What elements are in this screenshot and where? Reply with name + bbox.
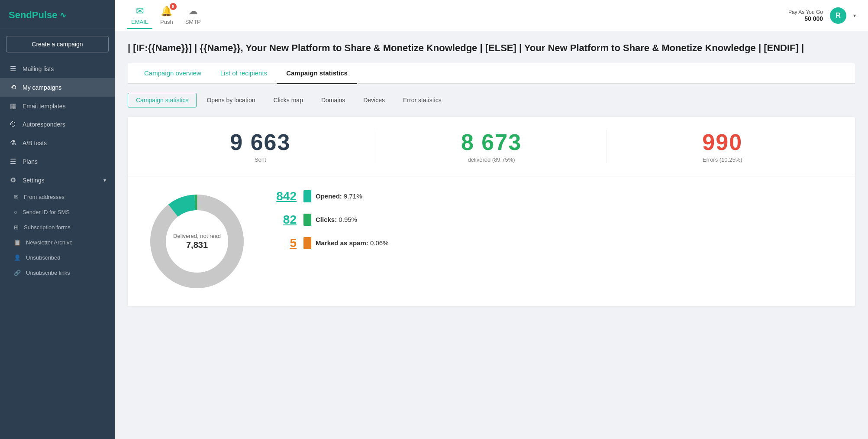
delivered-label: delivered (89.75%) bbox=[385, 156, 598, 163]
metric-value-opened[interactable]: 842 bbox=[266, 189, 297, 203]
sidebar-label-autoresponders: Autoresponders bbox=[23, 121, 65, 128]
email-label: EMAIL bbox=[131, 19, 148, 25]
topbar-tab-push[interactable]: 🔔8Push bbox=[156, 2, 177, 29]
create-campaign-button[interactable]: Create a campaign bbox=[6, 36, 109, 52]
metric-row-opened: 842 Opened: 9.71% bbox=[266, 189, 838, 203]
sidebar-item-ab-tests[interactable]: ⚗A/B tests bbox=[0, 133, 115, 152]
metric-value-spam[interactable]: 5 bbox=[266, 236, 297, 250]
metric-label-spam: Marked as spam: 0.06% bbox=[316, 239, 388, 247]
metric-color-opened bbox=[303, 190, 311, 202]
sidebar-label-ab-tests: A/B tests bbox=[23, 140, 47, 146]
metric-bar-spam: Marked as spam: 0.06% bbox=[303, 237, 388, 249]
subtab-devices[interactable]: Devices bbox=[355, 93, 393, 107]
content-area: | [IF:{{Name}}] | {{Name}}, Your New Pla… bbox=[115, 31, 868, 439]
subtab-clicks-map[interactable]: Clicks map bbox=[265, 93, 311, 107]
errors-label: Errors (10.25%) bbox=[616, 156, 829, 163]
campaign-title: | [IF:{{Name}}] | {{Name}}, Your New Pla… bbox=[128, 42, 855, 55]
sidebar-label-subscription-forms: Subscription forms bbox=[24, 224, 71, 231]
campaign-tab-recipients[interactable]: List of recipients bbox=[211, 63, 277, 84]
plans-icon: ☰ bbox=[9, 157, 17, 166]
sidebar-item-mailing-lists[interactable]: ☰Mailing lists bbox=[0, 59, 115, 78]
logo-text: SendPulse bbox=[9, 10, 57, 21]
delivered-number: 8 673 bbox=[385, 130, 598, 155]
autoresponders-icon: ⏱ bbox=[9, 120, 17, 128]
smtp-label: SMTP bbox=[185, 19, 201, 25]
unsubscribe-links-icon: 🔗 bbox=[14, 270, 21, 276]
logo-wave: ∿ bbox=[60, 10, 66, 20]
metrics-list: 842 Opened: 9.71% 82 Clicks: 0.95% 5 Mar… bbox=[266, 189, 838, 250]
topbar-tab-email[interactable]: ✉EMAIL bbox=[127, 2, 152, 29]
subtab-domains[interactable]: Domains bbox=[313, 93, 353, 107]
metric-row-spam: 5 Marked as spam: 0.06% bbox=[266, 236, 838, 250]
topbar-tabs: ✉EMAIL🔔8Push☁SMTP bbox=[127, 2, 205, 29]
errors-number: 990 bbox=[616, 130, 829, 155]
sidebar-item-my-campaigns[interactable]: ⟲My campaigns bbox=[0, 78, 115, 97]
sidebar-label-email-templates: Email templates bbox=[23, 103, 66, 110]
topbar: ✉EMAIL🔔8Push☁SMTP Pay As You Go 50 000 R… bbox=[115, 0, 868, 31]
metric-color-spam bbox=[303, 237, 311, 249]
sidebar-item-autoresponders[interactable]: ⏱Autoresponders bbox=[0, 115, 115, 133]
from-addresses-icon: ✉ bbox=[14, 194, 19, 200]
sidebar-item-sender-id-sms[interactable]: ○Sender ID for SMS bbox=[0, 205, 115, 220]
sidebar-nav: ☰Mailing lists⟲My campaigns▦Email templa… bbox=[0, 59, 115, 280]
subtab-error-stats[interactable]: Error statistics bbox=[395, 93, 450, 107]
donut-segment-delivered,-not-read bbox=[158, 202, 236, 280]
smtp-icon: ☁ bbox=[188, 6, 198, 17]
campaign-tabs: Campaign overviewList of recipientsCampa… bbox=[128, 63, 855, 84]
plan-label: Pay As You Go bbox=[788, 9, 823, 15]
sidebar-label-newsletter-archive: Newsletter Archive bbox=[26, 239, 73, 246]
sidebar-item-subscription-forms[interactable]: ⊞Subscription forms bbox=[0, 220, 115, 235]
campaign-subtabs: Campaign statisticsOpens by locationClic… bbox=[128, 93, 855, 107]
sidebar-label-unsubscribe-links: Unsubscribe links bbox=[26, 270, 70, 276]
sidebar-item-settings[interactable]: ⚙Settings▾ bbox=[0, 171, 115, 189]
sidebar-item-plans[interactable]: ☰Plans bbox=[0, 152, 115, 171]
email-templates-icon: ▦ bbox=[9, 102, 17, 110]
sidebar-label-plans: Plans bbox=[23, 158, 38, 165]
campaign-tab-statistics[interactable]: Campaign statistics bbox=[277, 63, 357, 84]
newsletter-archive-icon: 📋 bbox=[14, 239, 21, 246]
sidebar-label-sender-id-sms: Sender ID for SMS bbox=[23, 209, 70, 215]
stats-top-row: 9 663 Sent 8 673 delivered (89.75%) 990 … bbox=[128, 117, 855, 176]
sidebar-label-my-campaigns: My campaigns bbox=[23, 84, 61, 91]
stat-sent: 9 663 Sent bbox=[145, 130, 376, 163]
my-campaigns-icon: ⟲ bbox=[9, 83, 17, 91]
campaign-tab-overview[interactable]: Campaign overview bbox=[135, 63, 211, 84]
avatar[interactable]: R bbox=[830, 7, 846, 24]
settings-arrow: ▾ bbox=[103, 177, 106, 183]
sent-number: 9 663 bbox=[154, 130, 367, 155]
topbar-tab-smtp[interactable]: ☁SMTP bbox=[181, 2, 205, 29]
metric-label-opened: Opened: 9.71% bbox=[316, 192, 362, 200]
main-area: ✉EMAIL🔔8Push☁SMTP Pay As You Go 50 000 R… bbox=[115, 0, 868, 439]
plan-value: 50 000 bbox=[788, 15, 823, 22]
sidebar-label-settings: Settings bbox=[23, 177, 45, 184]
sidebar-item-from-addresses[interactable]: ✉From addresses bbox=[0, 189, 115, 205]
stat-delivered: 8 673 delivered (89.75%) bbox=[376, 130, 607, 163]
stats-panel: 9 663 Sent 8 673 delivered (89.75%) 990 … bbox=[128, 117, 855, 306]
push-label: Push bbox=[160, 19, 173, 25]
unsubscribed-icon: 👤 bbox=[14, 254, 21, 261]
sidebar-item-email-templates[interactable]: ▦Email templates bbox=[0, 97, 115, 115]
metric-color-clicks bbox=[303, 214, 311, 226]
subscription-forms-icon: ⊞ bbox=[14, 224, 19, 231]
mailing-lists-icon: ☰ bbox=[9, 65, 17, 73]
metric-bar-opened: Opened: 9.71% bbox=[303, 190, 362, 202]
metric-label-clicks: Clicks: 0.95% bbox=[316, 216, 357, 223]
plan-info: Pay As You Go 50 000 bbox=[788, 9, 823, 22]
topbar-right: Pay As You Go 50 000 R ▾ bbox=[788, 7, 856, 24]
subtab-opens-location[interactable]: Opens by location bbox=[198, 93, 263, 107]
metric-row-clicks: 82 Clicks: 0.95% bbox=[266, 213, 838, 227]
metric-value-clicks[interactable]: 82 bbox=[266, 213, 297, 227]
ab-tests-icon: ⚗ bbox=[9, 139, 17, 147]
push-badge: 8 bbox=[170, 3, 177, 10]
sidebar-item-unsubscribed[interactable]: 👤Unsubscribed bbox=[0, 250, 115, 265]
sidebar-logo: SendPulse∿ bbox=[0, 0, 115, 29]
sidebar-label-unsubscribed: Unsubscribed bbox=[26, 254, 61, 261]
subtab-campaign-stats[interactable]: Campaign statistics bbox=[128, 93, 197, 107]
sidebar-label-from-addresses: From addresses bbox=[24, 194, 65, 200]
donut-svg bbox=[145, 189, 249, 293]
avatar-dropdown-arrow[interactable]: ▾ bbox=[853, 13, 856, 19]
donut-chart: Delivered, not read 7,831 bbox=[145, 189, 249, 293]
sender-id-sms-icon: ○ bbox=[14, 209, 17, 215]
sidebar-item-newsletter-archive[interactable]: 📋Newsletter Archive bbox=[0, 235, 115, 250]
sidebar-item-unsubscribe-links[interactable]: 🔗Unsubscribe links bbox=[0, 265, 115, 280]
